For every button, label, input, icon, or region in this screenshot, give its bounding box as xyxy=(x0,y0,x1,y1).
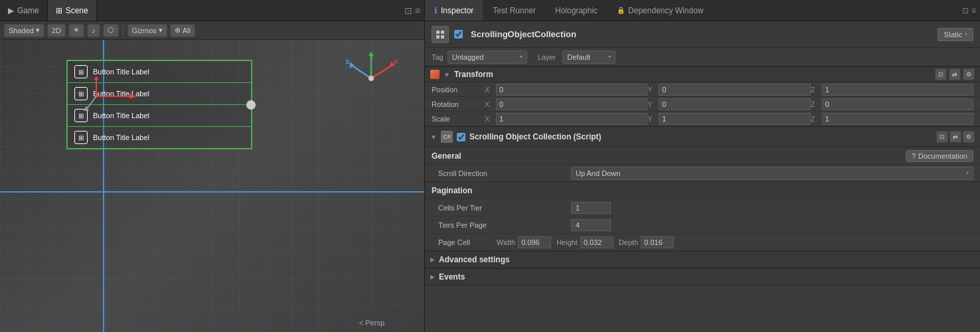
scale-z-label: Z xyxy=(811,115,820,123)
scene-toolbar: Shaded ▾ 2D ☀ ♪ ⬡ Gizmos ▾ ⊕ All xyxy=(0,21,424,40)
gizmos-arrow: ▾ xyxy=(159,26,163,35)
maximize-icon[interactable]: ⊡ xyxy=(404,5,412,16)
pagination-header: Pagination xyxy=(425,182,980,199)
static-dropdown[interactable]: Static ▾ xyxy=(938,28,973,41)
tab-test-runner[interactable]: Test Runner xyxy=(483,0,546,21)
svg-point-12 xyxy=(368,76,374,81)
axis-gizmo: x y z xyxy=(345,52,398,105)
layer-dropdown[interactable]: Default ▾ xyxy=(562,50,615,64)
general-section: General ? Documentation Scroll Direction… xyxy=(425,147,980,182)
scene-icon: ⊞ xyxy=(56,6,62,15)
scale-z-input[interactable] xyxy=(822,113,973,125)
horizontal-blue-line xyxy=(0,191,424,193)
svg-line-10 xyxy=(351,65,371,78)
tab-scene[interactable]: ⊞ Scene xyxy=(48,0,97,21)
rotation-z-label: Z xyxy=(811,100,820,108)
shading-dropdown[interactable]: Shaded ▾ xyxy=(4,24,44,37)
depth-input[interactable] xyxy=(641,236,674,248)
cells-per-tier-label: Cells Per Tier xyxy=(438,204,571,212)
tab-holographic[interactable]: Holographic xyxy=(546,0,608,21)
position-z-label: Z xyxy=(811,86,820,94)
layer-arrow-icon: ▾ xyxy=(608,54,611,60)
width-label: Width xyxy=(497,238,515,246)
script-info-btn[interactable]: ⊡ xyxy=(936,131,948,143)
script-toggle-icon: ▼ xyxy=(430,133,437,141)
script-enabled-checkbox[interactable] xyxy=(457,133,465,141)
transform-title: Transform xyxy=(454,70,493,79)
scale-row: Scale X Y Z xyxy=(425,112,980,126)
position-label: Position xyxy=(432,86,485,94)
advanced-settings-header[interactable]: ▶ Advanced settings xyxy=(425,251,980,268)
position-z-input[interactable] xyxy=(822,84,973,96)
transform-menu-btn[interactable]: ⚙ xyxy=(963,68,975,80)
scale-y-input[interactable] xyxy=(659,113,810,125)
lock-icon: 🔒 xyxy=(617,7,625,14)
tab-inspector-label: Inspector xyxy=(441,6,473,15)
position-x-field: X xyxy=(485,84,647,96)
rotation-fields: X Y Z xyxy=(485,98,973,110)
advanced-settings-label: Advanced settings xyxy=(439,255,510,264)
scale-y-field: Y xyxy=(647,113,810,125)
game-icon: ▶ xyxy=(8,6,14,15)
tab-game[interactable]: ▶ Game xyxy=(0,0,48,21)
height-group: Height xyxy=(556,236,613,248)
svg-line-4 xyxy=(86,96,96,110)
documentation-button[interactable]: ? Documentation xyxy=(906,150,973,162)
transform-info-btn[interactable]: ⊡ xyxy=(935,68,947,80)
right-panel: ℹ Inspector Test Runner Holographic 🔒 De… xyxy=(425,0,980,332)
cells-per-tier-input[interactable] xyxy=(571,202,611,214)
tiers-per-page-input[interactable] xyxy=(571,219,611,231)
rotation-x-input[interactable] xyxy=(496,98,647,110)
tag-dropdown[interactable]: Untagged ▾ xyxy=(448,50,527,64)
effects-btn[interactable]: ⬡ xyxy=(103,24,119,37)
layer-value: Default xyxy=(567,53,590,61)
info-icon: ℹ xyxy=(434,6,438,15)
menu-inspector-icon[interactable]: ≡ xyxy=(971,6,976,15)
lights-btn[interactable]: ☀ xyxy=(68,24,84,37)
scene-viewport: ⊞ Button Title Label ⊞ Button Title Labe… xyxy=(0,40,424,332)
scroll-direction-dropdown[interactable]: Up And Down ▾ xyxy=(571,167,973,180)
axis-gizmo-svg: x y z xyxy=(345,52,398,105)
maximize-inspector-icon[interactable]: ⊡ xyxy=(962,6,969,15)
rotation-z-field: Z xyxy=(811,98,973,110)
height-input[interactable] xyxy=(580,236,613,248)
static-arrow-icon: ▾ xyxy=(965,31,967,37)
search-icon: ⊕ xyxy=(175,26,181,35)
component-enabled-checkbox[interactable] xyxy=(454,30,463,39)
item-label-3: Button Title Label xyxy=(93,133,149,141)
position-x-input[interactable] xyxy=(496,84,647,96)
item-icon-3: ⊞ xyxy=(74,131,88,144)
events-header[interactable]: ▶ Events xyxy=(425,268,980,286)
scroll-direction-label: Scroll Direction xyxy=(438,169,571,177)
transform-link-btn[interactable]: ⇄ xyxy=(949,68,961,80)
rotation-y-input[interactable] xyxy=(659,98,810,110)
page-cell-row: Page Cell Width Height Depth xyxy=(425,234,980,251)
menu-icon[interactable]: ≡ xyxy=(415,5,420,16)
scroll-item-3: ⊞ Button Title Label xyxy=(68,127,251,148)
layer-label: Layer xyxy=(538,53,556,61)
scale-x-input[interactable] xyxy=(496,113,647,125)
shading-label: Shaded xyxy=(9,27,34,35)
width-input[interactable] xyxy=(518,236,551,248)
static-label: Static xyxy=(943,31,962,39)
audio-btn[interactable]: ♪ xyxy=(87,24,100,37)
position-y-field: Y xyxy=(647,84,810,96)
rotation-z-input[interactable] xyxy=(822,98,973,110)
scale-x-field: X xyxy=(485,113,647,125)
position-y-input[interactable] xyxy=(659,84,810,96)
tiers-per-page-label: Tiers Per Page xyxy=(438,221,571,229)
rotation-y-field: Y xyxy=(647,98,810,110)
divider-1 xyxy=(123,25,123,37)
scale-z-field: Z xyxy=(811,113,973,125)
tab-inspector[interactable]: ℹ Inspector xyxy=(425,0,483,21)
gizmos-dropdown[interactable]: Gizmos ▾ xyxy=(127,24,167,37)
transform-section-header[interactable]: ▼ Transform ⊡ ⇄ ⚙ xyxy=(425,66,980,82)
inspector-tab-actions: ⊡ ≡ xyxy=(962,0,980,21)
tab-dependency-window[interactable]: 🔒 Dependency Window xyxy=(608,0,713,21)
depth-label: Depth xyxy=(619,238,638,246)
script-link-btn[interactable]: ⇄ xyxy=(949,131,961,143)
svg-marker-3 xyxy=(94,76,99,80)
search-btn[interactable]: ⊕ All xyxy=(170,24,195,37)
script-menu-btn[interactable]: ⚙ xyxy=(963,131,975,143)
mode-2d-btn[interactable]: 2D xyxy=(47,24,66,37)
